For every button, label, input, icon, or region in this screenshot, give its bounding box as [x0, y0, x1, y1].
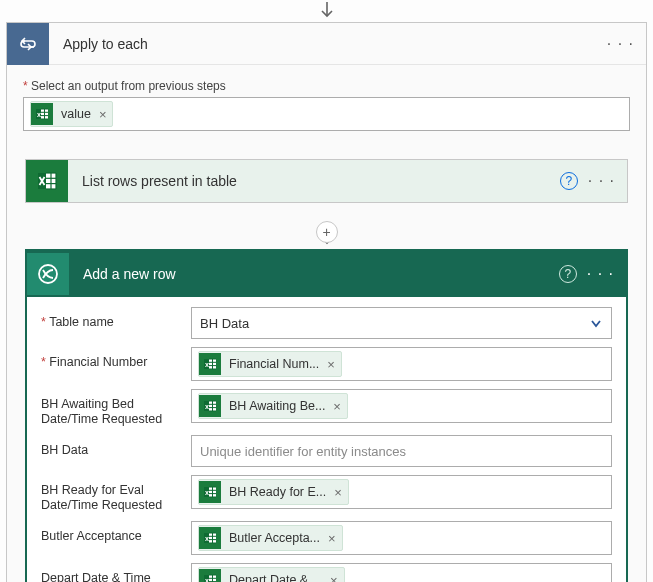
excel-icon: [26, 160, 68, 202]
svg-text:x: x: [37, 111, 41, 118]
bh-awaiting-token[interactable]: x BH Awaiting Be... ×: [198, 393, 348, 419]
financial-number-field[interactable]: x Financial Num... ×: [191, 347, 612, 381]
select-output-label: Select an output from previous steps: [23, 79, 630, 93]
depart-field[interactable]: x Depart Date & ... ×: [191, 563, 612, 582]
row-table-name: Table name BH Data: [41, 307, 612, 339]
svg-text:x: x: [205, 577, 209, 582]
row-depart: Depart Date & Time x Depart Date & ... ×: [41, 563, 612, 582]
apply-to-each-card: Apply to each · · · Select an output fro…: [6, 22, 647, 582]
list-rows-title: List rows present in table: [68, 173, 560, 189]
add-row-title: Add a new row: [69, 266, 559, 282]
add-row-header[interactable]: Add a new row ? · · ·: [27, 251, 626, 297]
chevron-down-icon: [589, 316, 603, 330]
bh-ready-token[interactable]: x BH Ready for E... ×: [198, 479, 349, 505]
row-butler: Butler Acceptance x Butler Accepta... ×: [41, 521, 612, 555]
add-row-help-icon[interactable]: ?: [559, 265, 577, 283]
list-rows-card: List rows present in table ? · · ·: [25, 159, 628, 203]
bh-awaiting-token-remove[interactable]: ×: [333, 399, 341, 414]
excel-token-icon: x: [199, 527, 221, 549]
bh-data-placeholder: Unique identifier for entity instances: [200, 444, 406, 459]
excel-token-icon: x: [31, 103, 53, 125]
excel-token-icon: x: [199, 569, 221, 582]
excel-token-icon: x: [199, 353, 221, 375]
flow-arrow-top: [0, 0, 653, 22]
label-depart: Depart Date & Time: [41, 563, 191, 582]
financial-number-token-remove[interactable]: ×: [327, 357, 335, 372]
add-row-card: Add a new row ? · · · Table name BH Data: [25, 249, 628, 582]
apply-to-each-body: Select an output from previous steps x: [7, 65, 646, 147]
depart-token[interactable]: x Depart Date & ... ×: [198, 567, 345, 582]
list-rows-help-icon[interactable]: ?: [560, 172, 578, 190]
apply-to-each-header[interactable]: Apply to each · · ·: [7, 23, 646, 65]
connector-with-plus: +: [25, 223, 628, 249]
bh-ready-token-text: BH Ready for E...: [229, 485, 326, 499]
svg-text:x: x: [205, 361, 209, 368]
depart-token-text: Depart Date & ...: [229, 573, 322, 582]
svg-point-18: [39, 265, 57, 283]
label-butler: Butler Acceptance: [41, 521, 191, 544]
bh-data-input[interactable]: Unique identifier for entity instances: [191, 435, 612, 467]
svg-text:x: x: [205, 489, 209, 496]
add-step-button[interactable]: +: [316, 221, 338, 243]
label-bh-awaiting: BH Awaiting Bed Date/Time Requested: [41, 389, 191, 427]
svg-text:x: x: [205, 403, 209, 410]
list-rows-menu[interactable]: · · ·: [588, 172, 615, 190]
dataverse-icon: [27, 253, 69, 295]
label-bh-ready: BH Ready for Eval Date/Time Requested: [41, 475, 191, 513]
excel-token-icon: x: [199, 395, 221, 417]
label-bh-data: BH Data: [41, 435, 191, 458]
table-name-value: BH Data: [200, 316, 249, 331]
select-output-field[interactable]: x value ×: [23, 97, 630, 131]
value-token-remove[interactable]: ×: [99, 107, 107, 122]
row-bh-awaiting: BH Awaiting Bed Date/Time Requested x BH…: [41, 389, 612, 427]
value-token-text: value: [61, 107, 91, 121]
butler-field[interactable]: x Butler Accepta... ×: [191, 521, 612, 555]
add-row-menu[interactable]: · · ·: [587, 265, 614, 283]
bh-awaiting-token-text: BH Awaiting Be...: [229, 399, 325, 413]
financial-number-token[interactable]: x Financial Num... ×: [198, 351, 342, 377]
apply-to-each-title: Apply to each: [49, 36, 607, 52]
add-row-form: Table name BH Data Financial Number: [27, 297, 626, 582]
bh-awaiting-field[interactable]: x BH Awaiting Be... ×: [191, 389, 612, 423]
loop-children: List rows present in table ? · · · +: [7, 147, 646, 582]
apply-to-each-menu[interactable]: · · ·: [607, 35, 634, 53]
butler-token-remove[interactable]: ×: [328, 531, 336, 546]
bh-ready-field[interactable]: x BH Ready for E... ×: [191, 475, 612, 509]
value-token[interactable]: x value ×: [30, 101, 113, 127]
row-financial-number: Financial Number x Financial Num... ×: [41, 347, 612, 381]
depart-token-remove[interactable]: ×: [330, 573, 338, 583]
bh-ready-token-remove[interactable]: ×: [334, 485, 342, 500]
label-table-name: Table name: [41, 307, 191, 330]
excel-token-icon: x: [199, 481, 221, 503]
butler-token-text: Butler Accepta...: [229, 531, 320, 545]
label-financial-number: Financial Number: [41, 347, 191, 370]
row-bh-ready: BH Ready for Eval Date/Time Requested x …: [41, 475, 612, 513]
row-bh-data: BH Data Unique identifier for entity ins…: [41, 435, 612, 467]
financial-number-token-text: Financial Num...: [229, 357, 319, 371]
list-rows-header[interactable]: List rows present in table ? · · ·: [26, 160, 627, 202]
svg-text:x: x: [205, 535, 209, 542]
table-name-select[interactable]: BH Data: [191, 307, 612, 339]
butler-token[interactable]: x Butler Accepta... ×: [198, 525, 343, 551]
loop-icon: [7, 23, 49, 65]
